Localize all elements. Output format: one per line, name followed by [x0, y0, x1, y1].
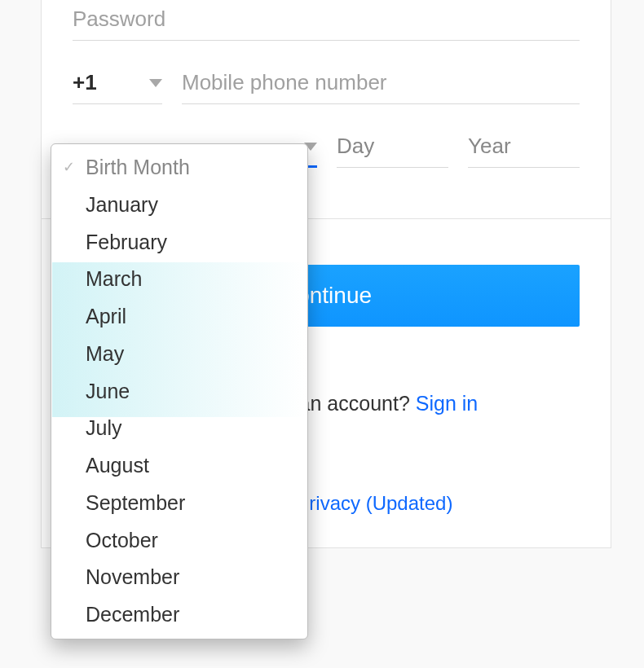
month-option-label: March	[86, 267, 142, 290]
month-option[interactable]: March	[51, 261, 307, 298]
month-option[interactable]: June	[51, 373, 307, 411]
year-placeholder: Year	[468, 134, 511, 158]
month-option-label: October	[86, 529, 158, 552]
birth-year-field[interactable]: Year	[468, 129, 580, 168]
password-field[interactable]	[73, 2, 580, 41]
month-option[interactable]: January	[51, 187, 307, 224]
month-option[interactable]: July	[51, 410, 307, 447]
birth-day-field[interactable]: Day	[337, 129, 448, 168]
month-option[interactable]: August	[51, 447, 307, 485]
signin-link[interactable]: Sign in	[416, 392, 478, 415]
month-option-label: June	[86, 380, 130, 402]
phone-field[interactable]	[182, 65, 580, 104]
month-option[interactable]: September	[51, 485, 307, 522]
month-option-label: November	[86, 565, 179, 588]
privacy-link[interactable]: Privacy (Updated)	[296, 492, 452, 514]
month-option[interactable]: ✓Birth Month	[51, 149, 307, 187]
country-code-value: +1	[73, 70, 97, 95]
password-input[interactable]	[73, 7, 580, 32]
month-option-label: January	[86, 193, 158, 216]
month-option-label: April	[86, 305, 126, 327]
chevron-down-icon	[149, 79, 162, 87]
month-option-label: August	[86, 454, 149, 477]
country-code-select[interactable]: +1	[73, 65, 162, 104]
month-option-label: September	[86, 491, 185, 514]
day-placeholder: Day	[337, 134, 374, 158]
check-icon: ✓	[63, 157, 76, 170]
month-option[interactable]: May	[51, 336, 307, 373]
month-option[interactable]: November	[51, 559, 307, 596]
month-option-label: July	[86, 416, 121, 439]
month-option[interactable]: February	[51, 224, 307, 261]
month-option-label: May	[86, 342, 124, 365]
phone-row: +1	[73, 65, 580, 104]
month-option-label: Birth Month	[86, 156, 190, 178]
month-option-label: February	[86, 231, 167, 253]
birth-month-dropdown[interactable]: ✓Birth MonthJanuaryFebruaryMarchAprilMay…	[51, 143, 308, 639]
month-option[interactable]: April	[51, 298, 307, 336]
month-option[interactable]: October	[51, 522, 307, 560]
month-option[interactable]: December	[51, 596, 307, 634]
phone-input[interactable]	[182, 70, 580, 95]
month-option-label: December	[86, 603, 179, 626]
